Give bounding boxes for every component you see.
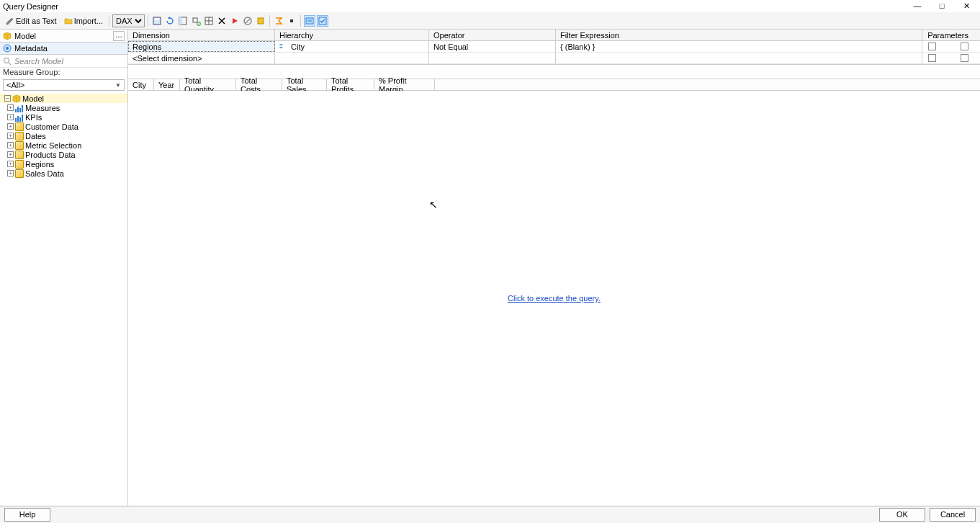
design-mode-icon[interactable] xyxy=(255,15,266,27)
execute-icon[interactable] xyxy=(229,15,240,27)
svg-rect-13 xyxy=(306,18,313,24)
toolbar-separator xyxy=(300,15,301,27)
tree-node-label: Customer Data xyxy=(25,122,78,131)
filter-dimension-value: Regions xyxy=(132,43,161,51)
toolbar-separator xyxy=(148,15,148,27)
result-col-city[interactable]: City xyxy=(128,79,154,90)
svg-point-19 xyxy=(4,58,9,63)
result-col-profit-margin[interactable]: % Profit Margin xyxy=(374,79,435,90)
delete-icon[interactable] xyxy=(216,15,228,27)
toolbar: Edit as Text Import... DAX xyxy=(0,12,980,30)
close-icon[interactable]: ✕ xyxy=(958,1,974,11)
tree-node-measures[interactable]: + Measures xyxy=(0,103,127,112)
expand-icon[interactable]: + xyxy=(7,104,14,111)
parameter-checkbox[interactable] xyxy=(961,43,968,50)
tree-node-kpis[interactable]: + KPIs xyxy=(0,112,127,122)
dimension-icon xyxy=(15,160,24,169)
search-model-input[interactable]: Search Model xyxy=(0,55,127,68)
svg-line-10 xyxy=(246,19,250,23)
filter-cell-operator[interactable] xyxy=(429,53,556,63)
filter-cell-expression[interactable] xyxy=(556,53,922,63)
measure-group-select[interactable]: <All> ▼ xyxy=(3,79,125,91)
expand-icon[interactable]: + xyxy=(7,161,14,167)
tree-root-model[interactable]: − Model xyxy=(0,94,127,103)
result-col-total-costs[interactable]: Total Costs xyxy=(236,79,282,90)
minimize-icon[interactable]: — xyxy=(909,1,925,11)
hierarchy-icon xyxy=(279,43,288,50)
cube-icon xyxy=(3,32,12,40)
filter-header-dimension: Dimension xyxy=(128,30,275,40)
filter-row[interactable]: Regions City Not Equal { (Blank) } xyxy=(128,41,980,53)
result-col-year[interactable]: Year xyxy=(154,79,180,90)
tree-node-regions[interactable]: + Regions xyxy=(0,159,127,169)
result-col-total-sales[interactable]: Total Sales xyxy=(282,79,327,90)
tree-node-label: Sales Data xyxy=(25,169,64,178)
metadata-tab[interactable]: Metadata xyxy=(0,43,127,55)
prepare-query-icon[interactable] xyxy=(317,15,328,27)
parameter-checkbox[interactable] xyxy=(928,43,936,50)
filter-cell-dimension[interactable]: Regions xyxy=(128,41,275,52)
expand-icon[interactable]: + xyxy=(7,114,14,120)
auto-exec-icon[interactable] xyxy=(286,15,297,27)
model-browse-button[interactable]: … xyxy=(113,31,125,41)
edit-as-text-button[interactable]: Edit as Text xyxy=(3,15,60,27)
svg-rect-12 xyxy=(290,19,293,22)
import-button[interactable]: Import... xyxy=(61,15,106,27)
filter-cell-operator[interactable]: Not Equal xyxy=(429,41,556,52)
main-area: Dimension Hierarchy Operator Filter Expr… xyxy=(128,30,980,506)
expand-icon[interactable]: + xyxy=(7,123,14,130)
tree-node-label: KPIs xyxy=(25,113,42,122)
filter-header-parameters-label: Parameters xyxy=(927,31,968,40)
filter-header-hierarchy: Hierarchy xyxy=(275,30,429,40)
parameter-checkbox[interactable] xyxy=(961,54,968,62)
result-area: Click to execute the query. ↖ xyxy=(128,91,980,506)
add-member-icon[interactable] xyxy=(190,15,202,27)
svg-rect-1 xyxy=(155,18,159,20)
filter-dimension-placeholder: <Select dimension> xyxy=(132,54,202,63)
tree-node-sales-data[interactable]: + Sales Data xyxy=(0,169,127,178)
svg-rect-3 xyxy=(179,17,182,24)
filter-cell-hierarchy[interactable]: City xyxy=(275,41,429,52)
expand-icon[interactable]: + xyxy=(7,151,14,158)
tree-node-label: Regions xyxy=(25,160,54,169)
filter-header-operator: Operator xyxy=(429,30,556,40)
measures-icon xyxy=(15,104,24,112)
filter-header-filterexpr: Filter Expression xyxy=(556,30,922,40)
svg-line-20 xyxy=(9,63,11,65)
language-select[interactable]: DAX xyxy=(112,14,145,27)
filter-cell-parameters xyxy=(922,53,980,63)
filter-cell-dimension[interactable]: <Select dimension> xyxy=(128,53,275,63)
toggle-pane-icon[interactable] xyxy=(177,15,189,27)
ok-button[interactable]: OK xyxy=(879,508,925,522)
expand-icon[interactable]: + xyxy=(7,170,14,176)
dimension-icon xyxy=(15,151,24,159)
show-empty-icon[interactable] xyxy=(203,15,215,27)
search-icon xyxy=(3,57,12,66)
execute-query-link[interactable]: Click to execute the query. xyxy=(508,294,601,303)
save-icon[interactable] xyxy=(151,15,163,27)
collapse-icon[interactable]: − xyxy=(4,95,11,102)
edit-as-text-label: Edit as Text xyxy=(16,17,57,25)
show-aggregations-icon[interactable] xyxy=(273,15,284,27)
maximize-icon[interactable]: □ xyxy=(934,1,950,11)
tree-node-metric-selection[interactable]: + Metric Selection xyxy=(0,140,127,150)
help-button[interactable]: Help xyxy=(4,508,50,522)
tree-node-label: Metric Selection xyxy=(25,141,81,150)
parameter-checkbox[interactable] xyxy=(928,54,936,62)
filter-cell-hierarchy[interactable] xyxy=(275,53,429,63)
filter-cell-expression[interactable]: { (Blank) } xyxy=(556,41,922,52)
expand-icon[interactable]: + xyxy=(7,142,14,148)
result-col-total-profits[interactable]: Total Profits xyxy=(327,79,374,90)
result-col-total-quantity[interactable]: Total Quantity xyxy=(180,79,236,90)
cancel-exec-icon[interactable] xyxy=(242,15,253,27)
refresh-icon[interactable] xyxy=(164,15,176,27)
filter-row-empty[interactable]: <Select dimension> xyxy=(128,53,980,64)
expand-icon[interactable]: + xyxy=(7,133,14,139)
tree-node-customer-data[interactable]: + Customer Data xyxy=(0,122,127,131)
tree-node-dates[interactable]: + Dates xyxy=(0,131,127,140)
tree-node-products-data[interactable]: + Products Data xyxy=(0,150,127,159)
window-title: Query Designer xyxy=(1,2,58,11)
show-parameters-icon[interactable] xyxy=(304,15,315,27)
cancel-button[interactable]: Cancel xyxy=(930,508,976,522)
metadata-sidebar: Model … Metadata Search Model Measure Gr… xyxy=(0,30,128,506)
